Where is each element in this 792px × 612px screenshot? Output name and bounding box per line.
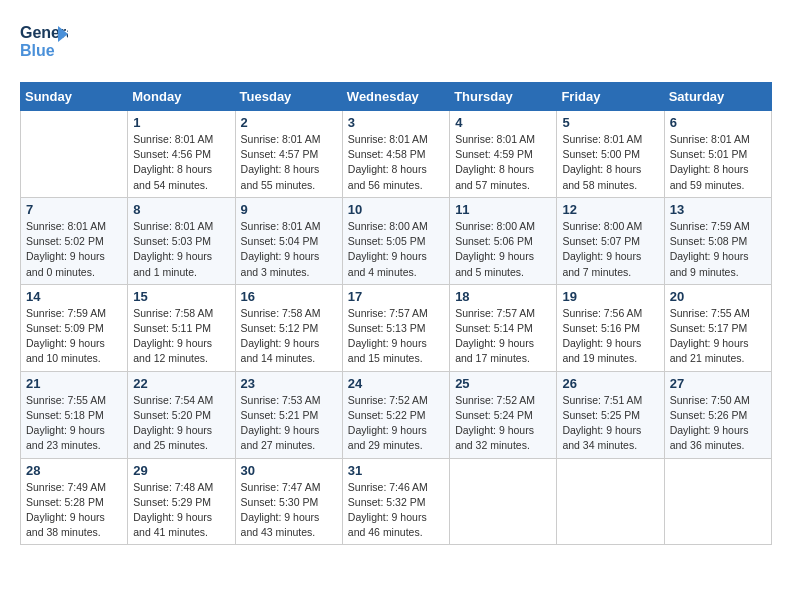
- day-cell: [557, 458, 664, 545]
- day-info: Sunrise: 7:47 AMSunset: 5:30 PMDaylight:…: [241, 480, 337, 541]
- week-row-5: 28Sunrise: 7:49 AMSunset: 5:28 PMDayligh…: [21, 458, 772, 545]
- day-cell: 27Sunrise: 7:50 AMSunset: 5:26 PMDayligh…: [664, 371, 771, 458]
- day-cell: 7Sunrise: 8:01 AMSunset: 5:02 PMDaylight…: [21, 197, 128, 284]
- day-cell: 19Sunrise: 7:56 AMSunset: 5:16 PMDayligh…: [557, 284, 664, 371]
- day-cell: 2Sunrise: 8:01 AMSunset: 4:57 PMDaylight…: [235, 111, 342, 198]
- day-number: 31: [348, 463, 444, 478]
- day-number: 17: [348, 289, 444, 304]
- day-info: Sunrise: 7:52 AMSunset: 5:24 PMDaylight:…: [455, 393, 551, 454]
- day-info: Sunrise: 8:01 AMSunset: 5:00 PMDaylight:…: [562, 132, 658, 193]
- day-info: Sunrise: 7:48 AMSunset: 5:29 PMDaylight:…: [133, 480, 229, 541]
- calendar-table: SundayMondayTuesdayWednesdayThursdayFrid…: [20, 82, 772, 545]
- day-cell: 9Sunrise: 8:01 AMSunset: 5:04 PMDaylight…: [235, 197, 342, 284]
- day-info: Sunrise: 7:55 AMSunset: 5:18 PMDaylight:…: [26, 393, 122, 454]
- day-number: 29: [133, 463, 229, 478]
- day-cell: 15Sunrise: 7:58 AMSunset: 5:11 PMDayligh…: [128, 284, 235, 371]
- day-cell: 24Sunrise: 7:52 AMSunset: 5:22 PMDayligh…: [342, 371, 449, 458]
- day-info: Sunrise: 8:01 AMSunset: 4:58 PMDaylight:…: [348, 132, 444, 193]
- day-cell: 13Sunrise: 7:59 AMSunset: 5:08 PMDayligh…: [664, 197, 771, 284]
- day-number: 10: [348, 202, 444, 217]
- day-info: Sunrise: 7:46 AMSunset: 5:32 PMDaylight:…: [348, 480, 444, 541]
- day-cell: 6Sunrise: 8:01 AMSunset: 5:01 PMDaylight…: [664, 111, 771, 198]
- day-cell: 16Sunrise: 7:58 AMSunset: 5:12 PMDayligh…: [235, 284, 342, 371]
- day-info: Sunrise: 7:53 AMSunset: 5:21 PMDaylight:…: [241, 393, 337, 454]
- week-row-1: 1Sunrise: 8:01 AMSunset: 4:56 PMDaylight…: [21, 111, 772, 198]
- logo-icon: General Blue: [20, 20, 68, 62]
- day-cell: 26Sunrise: 7:51 AMSunset: 5:25 PMDayligh…: [557, 371, 664, 458]
- day-number: 20: [670, 289, 766, 304]
- day-cell: 23Sunrise: 7:53 AMSunset: 5:21 PMDayligh…: [235, 371, 342, 458]
- day-number: 2: [241, 115, 337, 130]
- day-number: 13: [670, 202, 766, 217]
- day-cell: 8Sunrise: 8:01 AMSunset: 5:03 PMDaylight…: [128, 197, 235, 284]
- day-cell: 25Sunrise: 7:52 AMSunset: 5:24 PMDayligh…: [450, 371, 557, 458]
- day-info: Sunrise: 7:52 AMSunset: 5:22 PMDaylight:…: [348, 393, 444, 454]
- day-cell: 22Sunrise: 7:54 AMSunset: 5:20 PMDayligh…: [128, 371, 235, 458]
- day-info: Sunrise: 8:01 AMSunset: 5:04 PMDaylight:…: [241, 219, 337, 280]
- day-info: Sunrise: 7:59 AMSunset: 5:08 PMDaylight:…: [670, 219, 766, 280]
- day-cell: 29Sunrise: 7:48 AMSunset: 5:29 PMDayligh…: [128, 458, 235, 545]
- day-cell: 14Sunrise: 7:59 AMSunset: 5:09 PMDayligh…: [21, 284, 128, 371]
- day-cell: 11Sunrise: 8:00 AMSunset: 5:06 PMDayligh…: [450, 197, 557, 284]
- day-number: 7: [26, 202, 122, 217]
- day-cell: [664, 458, 771, 545]
- day-cell: 20Sunrise: 7:55 AMSunset: 5:17 PMDayligh…: [664, 284, 771, 371]
- day-number: 21: [26, 376, 122, 391]
- day-cell: [450, 458, 557, 545]
- day-number: 19: [562, 289, 658, 304]
- day-number: 25: [455, 376, 551, 391]
- day-number: 26: [562, 376, 658, 391]
- day-number: 3: [348, 115, 444, 130]
- day-cell: 1Sunrise: 8:01 AMSunset: 4:56 PMDaylight…: [128, 111, 235, 198]
- day-cell: 31Sunrise: 7:46 AMSunset: 5:32 PMDayligh…: [342, 458, 449, 545]
- day-header-tuesday: Tuesday: [235, 83, 342, 111]
- day-number: 18: [455, 289, 551, 304]
- day-header-monday: Monday: [128, 83, 235, 111]
- day-info: Sunrise: 8:00 AMSunset: 5:05 PMDaylight:…: [348, 219, 444, 280]
- day-number: 4: [455, 115, 551, 130]
- day-info: Sunrise: 8:01 AMSunset: 5:03 PMDaylight:…: [133, 219, 229, 280]
- day-number: 12: [562, 202, 658, 217]
- day-info: Sunrise: 7:51 AMSunset: 5:25 PMDaylight:…: [562, 393, 658, 454]
- day-info: Sunrise: 7:49 AMSunset: 5:28 PMDaylight:…: [26, 480, 122, 541]
- day-number: 6: [670, 115, 766, 130]
- day-info: Sunrise: 7:57 AMSunset: 5:14 PMDaylight:…: [455, 306, 551, 367]
- day-header-friday: Friday: [557, 83, 664, 111]
- day-number: 24: [348, 376, 444, 391]
- day-number: 27: [670, 376, 766, 391]
- day-cell: 21Sunrise: 7:55 AMSunset: 5:18 PMDayligh…: [21, 371, 128, 458]
- day-number: 15: [133, 289, 229, 304]
- day-header-saturday: Saturday: [664, 83, 771, 111]
- day-number: 16: [241, 289, 337, 304]
- day-info: Sunrise: 8:01 AMSunset: 4:59 PMDaylight:…: [455, 132, 551, 193]
- day-number: 5: [562, 115, 658, 130]
- day-header-wednesday: Wednesday: [342, 83, 449, 111]
- page-header: General Blue: [20, 20, 772, 66]
- day-info: Sunrise: 8:01 AMSunset: 4:57 PMDaylight:…: [241, 132, 337, 193]
- day-cell: 17Sunrise: 7:57 AMSunset: 5:13 PMDayligh…: [342, 284, 449, 371]
- week-row-4: 21Sunrise: 7:55 AMSunset: 5:18 PMDayligh…: [21, 371, 772, 458]
- svg-text:Blue: Blue: [20, 42, 55, 59]
- day-info: Sunrise: 8:01 AMSunset: 4:56 PMDaylight:…: [133, 132, 229, 193]
- day-info: Sunrise: 8:01 AMSunset: 5:01 PMDaylight:…: [670, 132, 766, 193]
- logo: General Blue: [20, 20, 68, 66]
- day-info: Sunrise: 8:01 AMSunset: 5:02 PMDaylight:…: [26, 219, 122, 280]
- day-info: Sunrise: 7:56 AMSunset: 5:16 PMDaylight:…: [562, 306, 658, 367]
- week-row-2: 7Sunrise: 8:01 AMSunset: 5:02 PMDaylight…: [21, 197, 772, 284]
- day-number: 30: [241, 463, 337, 478]
- day-header-sunday: Sunday: [21, 83, 128, 111]
- day-cell: 12Sunrise: 8:00 AMSunset: 5:07 PMDayligh…: [557, 197, 664, 284]
- day-cell: 10Sunrise: 8:00 AMSunset: 5:05 PMDayligh…: [342, 197, 449, 284]
- week-row-3: 14Sunrise: 7:59 AMSunset: 5:09 PMDayligh…: [21, 284, 772, 371]
- day-cell: 3Sunrise: 8:01 AMSunset: 4:58 PMDaylight…: [342, 111, 449, 198]
- day-cell: 28Sunrise: 7:49 AMSunset: 5:28 PMDayligh…: [21, 458, 128, 545]
- day-info: Sunrise: 7:59 AMSunset: 5:09 PMDaylight:…: [26, 306, 122, 367]
- day-cell: 5Sunrise: 8:01 AMSunset: 5:00 PMDaylight…: [557, 111, 664, 198]
- day-info: Sunrise: 8:00 AMSunset: 5:07 PMDaylight:…: [562, 219, 658, 280]
- day-number: 28: [26, 463, 122, 478]
- day-number: 9: [241, 202, 337, 217]
- day-number: 8: [133, 202, 229, 217]
- day-info: Sunrise: 7:57 AMSunset: 5:13 PMDaylight:…: [348, 306, 444, 367]
- day-header-thursday: Thursday: [450, 83, 557, 111]
- day-info: Sunrise: 7:54 AMSunset: 5:20 PMDaylight:…: [133, 393, 229, 454]
